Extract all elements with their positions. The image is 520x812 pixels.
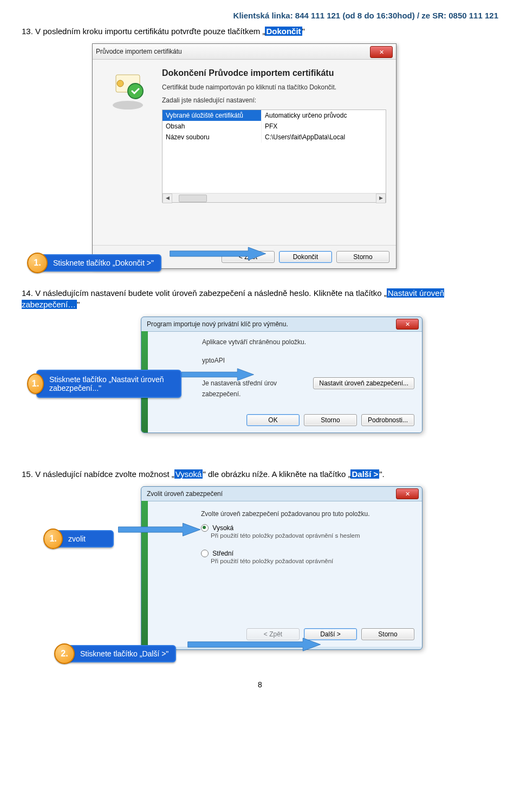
header: Klientská linka: 844 111 121 (od 8 do 16… bbox=[22, 11, 498, 20]
security-level-dialog: Zvolit úroveň zabezpečení Zvolte úroveň … bbox=[141, 486, 422, 650]
dialog-footer: OK Storno Podrobnosti... bbox=[141, 410, 422, 433]
option-high-title: Vysoká bbox=[212, 524, 233, 532]
option-high-sub: Při použití této položky požadovat opráv… bbox=[211, 532, 414, 539]
row-value: C:\Users\fait\AppData\Local bbox=[262, 132, 386, 143]
wizard-body-text1: Certifikát bude naimportován po kliknutí… bbox=[162, 83, 386, 91]
table-row[interactable]: Obsah PFX bbox=[162, 121, 386, 132]
wizard-heading: Dokončení Průvodce importem certifikátu bbox=[162, 68, 386, 78]
horizontal-scrollbar[interactable]: ◀ ▶ bbox=[162, 193, 386, 202]
step14-prefix: 14. V následujícím nastavení budete voli… bbox=[22, 288, 387, 298]
step15-hl2: Další > bbox=[350, 469, 379, 479]
dialog-title: Program importuje nový privátní klíč pro… bbox=[147, 320, 288, 328]
table-row[interactable]: Název souboru C:\Users\fait\AppData\Loca… bbox=[162, 132, 386, 143]
certificate-icon bbox=[98, 68, 158, 242]
callout-bubble: Stisknete tlačítko „Další >" bbox=[67, 645, 176, 662]
svg-point-2 bbox=[117, 80, 123, 87]
callout-bubble: Stisknete tlačítko „Dokončit >" bbox=[40, 254, 161, 272]
callout-number: 2. bbox=[54, 643, 75, 664]
row-key: Vybrané úložiště certifikátů bbox=[162, 110, 262, 121]
wizard-titlebar: Průvodce importem certifikátu bbox=[93, 44, 396, 60]
step15-hl1: Vysoká bbox=[174, 469, 203, 479]
callout-text: Stisknete tlačítko „Nastavit úroveň zabe… bbox=[49, 375, 174, 392]
step15-text: 15. V následující nabídce zvolte možnost… bbox=[22, 468, 498, 480]
arrow-icon bbox=[161, 244, 275, 263]
step14-text: 14. V následujícím nastavení budete voli… bbox=[22, 287, 498, 310]
wizard-title: Průvodce importem certifikátu bbox=[96, 48, 182, 55]
callout-text: zvolit bbox=[68, 534, 86, 543]
scroll-right-icon[interactable]: ▶ bbox=[376, 194, 386, 203]
page-number: 8 bbox=[22, 680, 498, 689]
step15-mid: " dle obrázku níže. A klikněte na tlačít… bbox=[203, 469, 350, 479]
scroll-thumb[interactable] bbox=[179, 195, 207, 202]
svg-marker-6 bbox=[119, 523, 200, 536]
row-value: Automaticky určeno průvodc bbox=[262, 110, 386, 121]
callout-3: 1. zvolit bbox=[43, 529, 206, 549]
cancel-button[interactable]: Storno bbox=[361, 628, 414, 640]
dialog-text1: Aplikace vytváří chráněnou položku. bbox=[202, 338, 414, 346]
option-mid[interactable]: Střední Při použití této položky požadov… bbox=[201, 550, 414, 564]
step13-prefix: 13. V posledním kroku importu certifikát… bbox=[22, 27, 265, 36]
svg-marker-7 bbox=[188, 638, 321, 651]
svg-marker-5 bbox=[181, 369, 253, 381]
close-icon[interactable] bbox=[396, 488, 419, 499]
callout-text: Stisknete tlačítko „Dokončit >" bbox=[53, 259, 154, 267]
option-high[interactable]: Vysoká Při použití této položky požadova… bbox=[201, 524, 414, 539]
step13-highlight: Dokončit bbox=[265, 27, 302, 36]
details-button[interactable]: Podrobnosti... bbox=[361, 414, 414, 426]
arrow-icon bbox=[181, 365, 255, 384]
callout-bubble: zvolit bbox=[55, 530, 114, 547]
callout-number: 1. bbox=[27, 373, 44, 394]
row1-value: yptoAPI bbox=[202, 357, 225, 364]
arrow-icon bbox=[114, 520, 206, 539]
settings-list: Vybrané úložiště certifikátů Automaticky… bbox=[162, 109, 386, 203]
callout-number: 1. bbox=[43, 529, 63, 549]
option-mid-title: Střední bbox=[212, 550, 233, 557]
callout-4: 2. Stisknete tlačítko „Další >" bbox=[54, 643, 358, 664]
callout-1: 1. Stisknete tlačítko „Dokončit >" bbox=[27, 253, 292, 273]
row-key: Název souboru bbox=[162, 132, 262, 143]
ok-button[interactable]: OK bbox=[246, 414, 300, 426]
dialog-title: Zvolit úroveň zabezpečení bbox=[147, 490, 223, 498]
svg-point-0 bbox=[113, 101, 143, 109]
dialog-body: Zvolte úroveň zabezpečení požadovanou pr… bbox=[141, 501, 422, 624]
intro-text: Zvolte úroveň zabezpečení požadovanou pr… bbox=[201, 510, 414, 518]
callout-bubble: Stisknete tlačítko „Nastavit úroveň zabe… bbox=[36, 370, 181, 398]
step13-suffix: " bbox=[302, 27, 305, 36]
dialog-titlebar: Program importuje nový privátní klíč pro… bbox=[141, 317, 422, 332]
wizard-screenshot: Průvodce importem certifikátu Dokončení … bbox=[92, 43, 395, 276]
svg-marker-4 bbox=[170, 247, 266, 260]
close-icon[interactable] bbox=[396, 319, 419, 330]
radio-mid[interactable] bbox=[201, 550, 209, 557]
callout-number: 1. bbox=[27, 253, 48, 273]
row-value: PFX bbox=[262, 121, 386, 132]
wizard-body: Dokončení Průvodce importem certifikátu … bbox=[93, 60, 396, 245]
step15-suffix: ". bbox=[379, 469, 385, 479]
wizard-body-text2: Zadali jste následující nastavení: bbox=[162, 96, 386, 104]
close-icon[interactable] bbox=[370, 46, 393, 58]
storno-button[interactable]: Storno bbox=[304, 414, 357, 426]
cancel-button[interactable]: Storno bbox=[336, 251, 389, 263]
dialog-titlebar: Zvolit úroveň zabezpečení bbox=[141, 487, 422, 501]
import-key-screenshot: Program importuje nový privátní klíč pro… bbox=[141, 317, 422, 457]
step14-suffix: " bbox=[77, 300, 80, 309]
import-wizard-dialog: Průvodce importem certifikátu Dokončení … bbox=[92, 43, 396, 269]
table-row[interactable]: Vybrané úložiště certifikátů Automaticky… bbox=[162, 110, 386, 121]
scroll-left-icon[interactable]: ◀ bbox=[162, 194, 172, 203]
row-key: Obsah bbox=[162, 121, 262, 132]
step13-text: 13. V posledním kroku importu certifikát… bbox=[22, 25, 498, 37]
arrow-icon bbox=[176, 635, 333, 654]
callout-2: 1. Stisknete tlačítko „Nastavit úroveň z… bbox=[27, 370, 255, 398]
option-mid-sub: Při použití této položky požadovat opráv… bbox=[211, 558, 414, 564]
step15-prefix: 15. V následující nabídce zvolte možnost… bbox=[22, 469, 174, 479]
set-security-button[interactable]: Nastavit úroveň zabezpečení... bbox=[313, 377, 414, 389]
callout-text: Stisknete tlačítko „Další >" bbox=[80, 649, 168, 658]
